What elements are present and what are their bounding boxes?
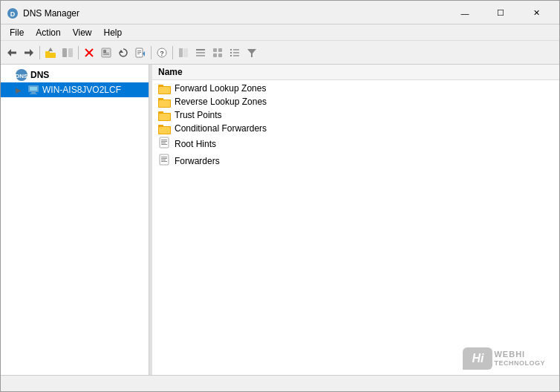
tree-root-dns: DNS DNS (1, 68, 149, 82)
close-button[interactable]: ✕ (519, 6, 553, 21)
tree-view-button[interactable] (175, 45, 192, 61)
svg-rect-31 (218, 48, 222, 52)
svg-rect-9 (62, 48, 67, 57)
app-icon: D (7, 7, 19, 19)
tree-panel: DNS DNS ▶ WIN-AIS8JVO2LCF (1, 65, 149, 375)
svg-rect-68 (161, 161, 167, 162)
column-header-name: Name (158, 67, 553, 77)
list-item[interactable]: Trust Points (152, 108, 559, 122)
svg-rect-36 (230, 52, 232, 53)
list-item-label: Reverse Lookup Zones (175, 97, 267, 107)
page-icon (158, 137, 170, 151)
list-item[interactable]: Root Hints (152, 135, 559, 152)
svg-rect-6 (45, 53, 56, 58)
large-icon-button[interactable] (209, 45, 226, 61)
list-item-label: Root Hints (175, 139, 216, 149)
main-area: DNS DNS ▶ WIN-AIS8JVO2LCF (1, 65, 559, 375)
toolbar-sep-2 (78, 46, 79, 59)
svg-rect-3 (10, 51, 16, 53)
toolbar-sep-4 (172, 46, 173, 59)
svg-rect-62 (161, 143, 166, 143)
svg-rect-21 (137, 53, 140, 54)
properties-button[interactable] (98, 45, 114, 61)
svg-rect-20 (137, 52, 141, 53)
list-header: Name (152, 65, 559, 80)
svg-rect-44 (30, 87, 37, 91)
svg-rect-67 (161, 160, 166, 160)
folder-icon (158, 97, 170, 107)
svg-rect-15 (103, 54, 109, 55)
svg-rect-28 (196, 52, 205, 53)
back-button[interactable] (4, 45, 20, 61)
svg-rect-32 (213, 53, 217, 57)
menu-help[interactable]: Help (98, 26, 128, 39)
folder-icon (158, 83, 170, 94)
server-icon (27, 84, 39, 96)
svg-text:?: ? (160, 50, 164, 57)
help-button[interactable]: ? (154, 45, 170, 61)
svg-rect-10 (68, 48, 73, 57)
svg-rect-27 (196, 49, 205, 50)
minimize-button[interactable]: — (448, 6, 482, 21)
dns-root-label: DNS (30, 70, 49, 80)
svg-rect-7 (45, 51, 50, 53)
filter-button[interactable] (244, 45, 260, 61)
svg-marker-17 (119, 50, 123, 53)
tree-node-server[interactable]: ▶ WIN-AIS8JVO2LCF (1, 82, 149, 97)
refresh-button[interactable] (115, 45, 131, 61)
list-view-button[interactable] (227, 45, 243, 61)
window-controls: — ☐ ✕ (448, 6, 553, 21)
list-item-label: Forward Lookup Zones (175, 83, 266, 94)
dns-root-icon: DNS (16, 69, 27, 81)
svg-rect-29 (196, 55, 205, 56)
svg-rect-33 (218, 53, 222, 57)
svg-text:DNS: DNS (16, 73, 27, 79)
window-title: DNS Manager (23, 8, 448, 19)
svg-text:D: D (10, 10, 16, 18)
title-bar: D DNS Manager — ☐ ✕ (1, 1, 559, 24)
svg-rect-63 (161, 144, 167, 145)
console-tree-button[interactable] (59, 45, 76, 61)
list-item[interactable]: Forward Lookup Zones (152, 82, 559, 95)
svg-rect-16 (103, 53, 109, 53)
folder-icon (158, 123, 170, 134)
export-button[interactable] (132, 45, 149, 61)
menu-file[interactable]: File (4, 26, 30, 39)
svg-rect-58 (159, 127, 170, 134)
forward-button[interactable] (21, 45, 37, 61)
svg-rect-25 (179, 48, 183, 57)
right-panel: Name Forward Lookup Zones (152, 65, 559, 375)
svg-rect-45 (31, 92, 36, 94)
toolbar-sep-3 (151, 46, 152, 59)
list-item[interactable]: Reverse Lookup Zones (152, 95, 559, 108)
svg-rect-30 (213, 48, 217, 52)
svg-rect-49 (159, 87, 170, 94)
svg-rect-35 (233, 49, 239, 50)
svg-rect-34 (230, 49, 232, 50)
menu-action[interactable]: Action (30, 26, 66, 39)
detail-view-button[interactable] (192, 45, 209, 61)
toolbar-sep-1 (39, 46, 40, 59)
menu-view[interactable]: View (67, 26, 98, 39)
svg-rect-5 (25, 51, 30, 53)
svg-rect-46 (30, 94, 37, 94)
svg-rect-65 (161, 157, 167, 157)
svg-rect-14 (103, 50, 106, 53)
svg-rect-52 (159, 100, 170, 107)
svg-rect-61 (161, 141, 167, 142)
list-items: Forward Lookup Zones Reverse Lookup Zone… (152, 80, 559, 171)
list-item[interactable]: Conditional Forwarders (152, 122, 559, 135)
up-button[interactable] (42, 45, 59, 61)
maximize-button[interactable]: ☐ (484, 6, 518, 21)
svg-marker-8 (48, 48, 53, 51)
list-item[interactable]: Forwarders (152, 152, 559, 169)
server-expand[interactable]: ▶ (16, 86, 25, 94)
delete-button[interactable] (81, 45, 97, 61)
list-item-label: Conditional Forwarders (175, 123, 267, 134)
svg-rect-38 (230, 55, 232, 56)
svg-rect-37 (233, 52, 239, 53)
svg-rect-66 (161, 158, 167, 159)
list-item-label: Trust Points (175, 110, 222, 120)
svg-rect-55 (159, 114, 170, 120)
list-item-label: Forwarders (175, 156, 220, 166)
